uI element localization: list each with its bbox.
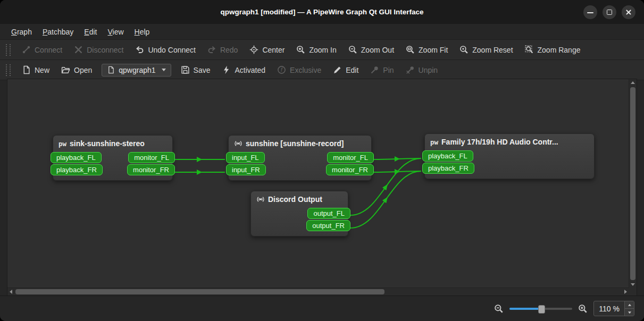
zoom-reset-label: Zoom Reset	[472, 46, 513, 54]
graph-canvas[interactable]: pw sink-sunshine-stereo playback_FL moni…	[7, 79, 637, 296]
port-monitor-fr[interactable]: monitor_FR	[127, 164, 175, 175]
zoom-spinbox[interactable]: 110 %	[593, 301, 634, 316]
file-toolbar: New Open qpwgraph1 Save Activated Exclus…	[0, 60, 644, 80]
horizontal-scroll-thumb[interactable]	[15, 289, 384, 294]
node-title[interactable]: pw sink-sunshine-stereo	[53, 138, 172, 151]
node-discord-output[interactable]: Discord Output output_FL output_FR	[250, 191, 348, 236]
zoom-in-button[interactable]: Zoom In	[291, 43, 341, 57]
save-button[interactable]: Save	[175, 63, 216, 77]
zoom-out-icon[interactable]	[494, 304, 504, 314]
horizontal-scrollbar[interactable]	[7, 288, 629, 295]
close-button[interactable]	[622, 5, 635, 19]
activated-button[interactable]: Activated	[216, 63, 271, 77]
scroll-right-arrow[interactable]	[622, 288, 629, 295]
new-button[interactable]: New	[16, 63, 55, 77]
zoom-fit-icon	[406, 45, 415, 54]
zoom-reset-button[interactable]: Zoom Reset	[454, 43, 518, 57]
port-playback-fl[interactable]: playback_FL	[51, 152, 102, 163]
zoom-value: 110 %	[594, 301, 624, 316]
disconnect-label: Disconnect	[87, 46, 123, 54]
center-button[interactable]: Center	[244, 43, 290, 57]
wire-arrow	[197, 170, 202, 175]
pin-button[interactable]: Pin	[365, 63, 399, 77]
port-output-fl[interactable]: output_FL	[307, 208, 350, 219]
spin-up-button[interactable]	[625, 301, 634, 309]
open-button[interactable]: Open	[56, 63, 97, 77]
toolbar-drag-handle[interactable]	[6, 64, 11, 76]
combo-caret-icon	[162, 69, 166, 71]
zoom-in-icon[interactable]	[578, 304, 588, 314]
port-input-fl[interactable]: input_FL	[226, 152, 265, 163]
port-input-fr[interactable]: input_FR	[226, 164, 266, 175]
connect-button[interactable]: Connect	[16, 43, 68, 57]
zoom-fit-button[interactable]: Zoom Fit	[400, 43, 453, 57]
menu-help[interactable]: Help	[130, 26, 155, 38]
title-bar[interactable]: qpwgraph1 [modified] — A PipeWire Graph …	[0, 0, 644, 24]
undo-icon	[135, 45, 144, 54]
save-label: Save	[194, 66, 211, 74]
port-playback-fr[interactable]: playback_FR	[51, 164, 103, 175]
port-monitor-fr[interactable]: monitor_FR	[326, 164, 374, 175]
zoom-range-button[interactable]: Zoom Range	[520, 43, 586, 57]
connection-wires	[7, 79, 629, 288]
status-bar: 110 %	[0, 295, 644, 321]
session-combo-value: qpwgraph1	[119, 66, 155, 74]
port-playback-fr[interactable]: playback_FR	[422, 163, 474, 174]
minimize-button[interactable]	[583, 5, 597, 19]
menu-view[interactable]: View	[103, 26, 128, 38]
zoom-slider[interactable]	[509, 303, 572, 314]
window-title: qpwgraph1 [modified] — A PipeWire Graph …	[220, 8, 423, 16]
save-icon	[181, 65, 190, 74]
unpin-button[interactable]: Unpin	[400, 63, 444, 77]
app-window: qpwgraph1 [modified] — A PipeWire Graph …	[0, 0, 644, 321]
undo-connect-label: Undo Connect	[148, 46, 196, 54]
zoom-out-button[interactable]: Zoom Out	[343, 43, 399, 57]
session-combo[interactable]: qpwgraph1	[102, 64, 171, 77]
node-title-text: Discord Output	[268, 195, 322, 204]
menu-edit[interactable]: Edit	[79, 26, 102, 38]
port-playback-fl[interactable]: playback_FL	[422, 150, 473, 162]
graph-area[interactable]: pw sink-sunshine-stereo playback_FL moni…	[7, 79, 629, 288]
node-sunshine-record[interactable]: sunshine [sunshine-record] input_FL moni…	[228, 135, 372, 181]
zoom-slider-fill	[509, 308, 541, 310]
node-title[interactable]: pw Family 17h/19h HD Audio Contr...	[425, 137, 594, 149]
new-label: New	[35, 66, 49, 74]
vertical-scroll-thumb[interactable]	[630, 87, 635, 280]
activated-lightning-icon	[222, 65, 231, 74]
menu-graph[interactable]: Graph	[6, 26, 37, 38]
port-monitor-fl[interactable]: monitor_FL	[128, 152, 175, 163]
spin-down-button[interactable]	[625, 309, 634, 316]
session-file-icon	[107, 66, 115, 74]
maximize-button[interactable]	[603, 5, 616, 19]
scroll-down-arrow[interactable]	[629, 281, 637, 288]
redo-label: Redo	[220, 46, 238, 54]
scroll-up-arrow[interactable]	[629, 79, 637, 87]
zoom-range-label: Zoom Range	[538, 46, 581, 54]
redo-icon	[207, 45, 216, 54]
node-title-text: sunshine [sunshine-record]	[246, 139, 344, 148]
node-sink-sunshine-stereo[interactable]: pw sink-sunshine-stereo playback_FL moni…	[53, 135, 173, 181]
scroll-left-arrow[interactable]	[7, 288, 15, 295]
vertical-scrollbar[interactable]	[629, 79, 637, 288]
zoom-slider-handle[interactable]	[538, 305, 545, 314]
scrollbar-corner	[629, 288, 637, 295]
edit-label: Edit	[346, 66, 358, 74]
node-title[interactable]: sunshine [sunshine-record]	[229, 138, 371, 151]
disconnect-button[interactable]: Disconnect	[69, 43, 129, 57]
pipewire-icon: pw	[58, 140, 66, 148]
toolbar-drag-handle[interactable]	[6, 44, 11, 56]
wire-arrow	[395, 169, 400, 174]
node-family-hd-audio[interactable]: pw Family 17h/19h HD Audio Contr... play…	[424, 133, 595, 179]
disconnect-icon	[74, 45, 83, 54]
menu-patchbay[interactable]: Patchbay	[38, 26, 78, 38]
port-output-fr[interactable]: output_FR	[306, 220, 350, 231]
menu-patchbay-label: Patchbay	[43, 28, 73, 36]
port-monitor-fl[interactable]: monitor_FL	[327, 152, 374, 163]
undo-connect-button[interactable]: Undo Connect	[130, 43, 201, 57]
pin-label: Pin	[383, 66, 394, 74]
menu-view-label: View	[107, 28, 123, 36]
edit-button[interactable]: Edit	[328, 63, 364, 77]
exclusive-button[interactable]: Exclusive	[272, 63, 327, 77]
node-title[interactable]: Discord Output	[251, 194, 348, 207]
redo-button[interactable]: Redo	[202, 43, 243, 57]
